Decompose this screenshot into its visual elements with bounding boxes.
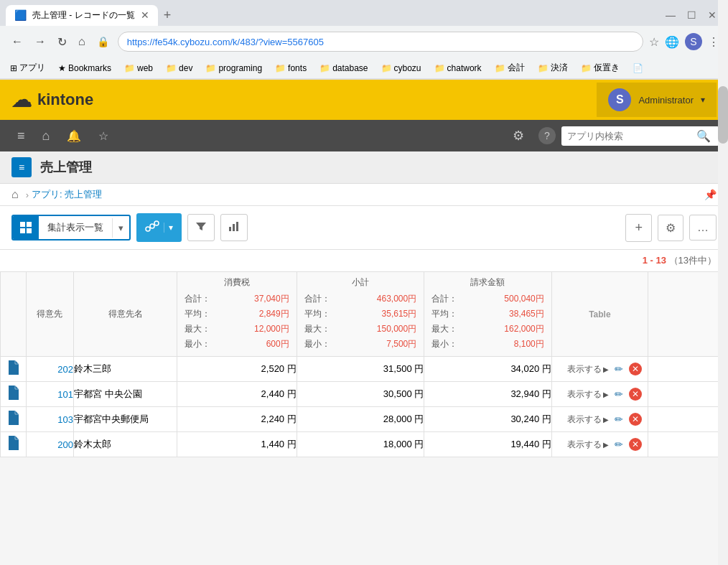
tax-total-row: 合計： 37,040円 (185, 291, 289, 307)
bookmark-database[interactable]: 📁 database (315, 62, 372, 75)
add-record-button[interactable]: + (625, 214, 652, 242)
delete-record-4[interactable]: ✕ (629, 438, 642, 451)
bookmark-accounting[interactable]: 📁 会計 (490, 60, 529, 75)
table-row: 103 宇都宮中央郵便局 2,240 円 28,000 円 30,240 円 表… (1, 407, 728, 432)
home-nav-button[interactable]: ⌂ (34, 123, 59, 149)
new-tab-button[interactable]: + (158, 5, 177, 26)
breadcrumb-app-link[interactable]: アプリ: 売上管理 (32, 188, 102, 201)
delete-record-3[interactable]: ✕ (629, 413, 642, 426)
amount-total-value: 500,040円 (504, 293, 543, 305)
filter-button[interactable] (187, 214, 215, 241)
show-record-3[interactable]: 表示する (567, 414, 609, 426)
show-record-2[interactable]: 表示する (567, 388, 609, 401)
subtotal-avg-label: 平均： (304, 308, 330, 320)
svg-rect-3 (27, 228, 32, 233)
show-record-1[interactable]: 表示する (567, 363, 609, 375)
browser-chrome: 🟦 売上管理 - レコードの一覧 ✕ + — ☐ ✕ ← → ↻ ⌂ 🔒 ☆ 🌐… (0, 0, 728, 80)
app-title: 売上管理 (40, 159, 92, 176)
data-table-wrapper: 得意先 得意先名 消費税 合計： 37,040円 (0, 271, 728, 457)
back-button[interactable]: ← (9, 32, 26, 51)
bookmark-chatwork[interactable]: 📁 chatwork (430, 62, 486, 75)
breadcrumb-home-icon[interactable]: ⌂ (11, 188, 19, 201)
app-search-button[interactable]: 🔍 (696, 129, 711, 143)
th-amount-content: 請求金額 合計： 500,040円 平均： 38,465円 最大： (424, 272, 551, 356)
table-settings-button[interactable]: ⚙ (658, 215, 683, 241)
url-input[interactable] (118, 32, 643, 52)
subtotal-total-value: 463,000円 (377, 293, 416, 305)
admin-avatar: S (608, 88, 631, 111)
row-actions-2: 表示する ✏ ✕ (552, 382, 648, 406)
bookmark-label: fonts (288, 63, 307, 73)
svg-rect-10 (233, 224, 235, 231)
show-record-4[interactable]: 表示する (567, 439, 609, 451)
delete-record-2[interactable]: ✕ (629, 388, 642, 401)
edit-record-3[interactable]: ✏ (615, 414, 623, 425)
favorites-button[interactable]: ☆ (90, 123, 117, 149)
row-table-4: 表示する ✏ ✕ (551, 432, 648, 457)
tab-bar: 🟦 売上管理 - レコードの一覧 ✕ + — ☐ ✕ (0, 0, 728, 26)
row-id-4[interactable]: 200 (26, 432, 74, 457)
bookmark-temp[interactable]: 📁 仮置き (577, 60, 624, 75)
tab-close-button[interactable]: ✕ (141, 9, 149, 21)
row-extra-1 (648, 357, 728, 382)
bookmark-other[interactable]: 📄 (628, 62, 648, 75)
bookmark-bookmarks[interactable]: ★ Bookmarks (54, 62, 116, 75)
graph-dropdown-arrow: ▾ (164, 223, 173, 233)
app-search-input[interactable] (567, 131, 696, 141)
row-id-3[interactable]: 103 (26, 407, 74, 432)
tax-min-value: 600円 (266, 338, 289, 350)
profile-icon[interactable]: 🌐 (665, 35, 679, 49)
row-icon-4 (1, 432, 27, 457)
home-button[interactable]: ⌂ (75, 32, 88, 51)
bookmark-label: 決済 (551, 62, 568, 74)
delete-record-1[interactable]: ✕ (629, 363, 642, 375)
th-table-label: Table (552, 301, 648, 328)
row-id-1[interactable]: 202 (26, 357, 74, 382)
svg-point-6 (150, 224, 154, 228)
bookmark-web[interactable]: 📁 web (120, 62, 157, 75)
bookmark-apps[interactable]: ⊞ アプリ (6, 60, 50, 75)
bookmark-dev[interactable]: 📁 dev (162, 62, 197, 75)
scrollbar-thumb[interactable] (718, 86, 728, 144)
bookmark-label: アプリ (19, 62, 45, 74)
minimize-button[interactable]: — (660, 6, 681, 24)
amount-avg-value: 38,465円 (509, 308, 544, 320)
graph-button[interactable]: ▾ (136, 213, 182, 242)
admin-menu[interactable]: S Administrator ▾ (597, 83, 717, 117)
tax-avg-label: 平均： (185, 308, 210, 320)
scrollbar[interactable] (718, 0, 728, 565)
restore-button[interactable]: ☐ (681, 6, 702, 24)
more-options-button[interactable]: … (689, 215, 717, 241)
bookmark-programing[interactable]: 📁 programing (201, 62, 266, 75)
settings-nav-button[interactable]: ⚙ (504, 122, 533, 149)
forward-button[interactable]: → (32, 32, 49, 51)
bookmark-cybozu[interactable]: 📁 cybozu (377, 62, 426, 75)
row-id-2[interactable]: 101 (26, 382, 74, 407)
th-checkbox (1, 272, 27, 357)
chart-button[interactable] (220, 214, 248, 241)
folder-icon: 📁 (275, 63, 286, 73)
bookmark-fonts[interactable]: 📁 fonts (271, 62, 311, 75)
folder-icon: 📁 (538, 63, 549, 73)
edit-record-1[interactable]: ✏ (615, 363, 623, 375)
edit-record-4[interactable]: ✏ (615, 439, 623, 450)
view-selector[interactable]: 集計表示一覧 ▾ (11, 215, 131, 241)
subtotal-avg-row: 平均： 35,615円 (304, 307, 417, 322)
breadcrumb-pin-icon[interactable]: 📌 (704, 189, 717, 200)
row-amount-4: 19,440 円 (424, 432, 552, 457)
help-nav-button[interactable]: ? (538, 127, 556, 144)
hamburger-menu-button[interactable]: ≡ (9, 123, 34, 149)
active-tab[interactable]: 🟦 売上管理 - レコードの一覧 ✕ (6, 5, 158, 26)
account-icon[interactable]: S (685, 33, 702, 50)
records-table: 得意先 得意先名 消費税 合計： 37,040円 (0, 271, 728, 457)
tax-min-row: 最小： 600円 (185, 337, 289, 352)
refresh-button[interactable]: ↻ (55, 32, 70, 52)
breadcrumb-separator: › (26, 190, 29, 200)
notifications-button[interactable]: 🔔 (58, 123, 90, 149)
bookmark-payment[interactable]: 📁 決済 (533, 60, 572, 75)
bookmark-star-icon[interactable]: ☆ (649, 35, 659, 49)
bookmark-label: chatwork (447, 63, 482, 73)
folder-icon: 📁 (581, 63, 592, 73)
tax-avg-value: 2,849円 (259, 308, 289, 320)
edit-record-2[interactable]: ✏ (615, 388, 623, 400)
